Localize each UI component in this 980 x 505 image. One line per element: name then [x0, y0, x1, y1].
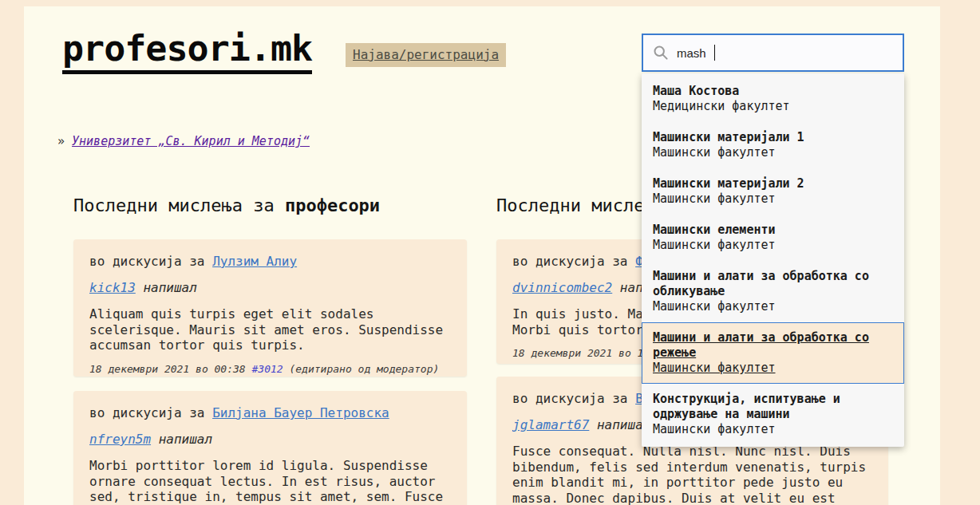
footer-note: (едитирано од модератор): [283, 363, 440, 375]
suggestion-item[interactable]: Машински елементи Машински факултет: [642, 215, 904, 261]
post-body: Aliquam quis turpis eget elit sodales sc…: [89, 306, 451, 353]
heading-prefix: Последни мислења за: [73, 195, 285, 215]
meta-prefix: во дискусија за: [89, 405, 212, 420]
suggestion-item[interactable]: Машински материјали 2 Машински факултет: [642, 168, 904, 215]
author-link[interactable]: jglamart67: [512, 417, 589, 432]
page: profesori.mk Најава/регистрација mash Ма…: [0, 0, 980, 505]
suggestion-item[interactable]: Машини и алати за обработка со обликувањ…: [642, 261, 904, 322]
suggestion-item[interactable]: Маша Костова Медицински факултет: [642, 76, 904, 122]
breadcrumb: »Универзитет „Св. Кирил и Методиј“: [57, 134, 310, 148]
breadcrumb-marker: »: [57, 134, 65, 148]
footer-date: 18 декември 2021 во 00:38: [89, 363, 252, 375]
opinion-card: во дискусија за Лулзим Алиу kick13 напиш…: [73, 239, 467, 377]
suggestion-subtitle: Машински факултет: [653, 299, 893, 314]
suggestion-title: Машински материјали 2: [653, 176, 893, 191]
suggestion-item[interactable]: Конструкција, испитување и одржување на …: [642, 384, 904, 445]
opinion-card: во дискусија за Билјана Бауер Петровска …: [73, 391, 467, 505]
discussion-link[interactable]: Билјана Бауер Петровска: [212, 405, 389, 420]
author-line: nfreyn5m напишал: [89, 432, 451, 447]
post-body: Fusce consequat. Nulla nisl. Nunc nisl. …: [512, 444, 872, 505]
content-area: profesori.mk Најава/регистрација mash Ма…: [24, 6, 940, 505]
heading-bold: професори: [285, 195, 380, 215]
footer-date: 18 декември 2021 во 18:4: [512, 347, 662, 359]
suggestion-item[interactable]: Машински материјали 1 Машински факултет: [642, 122, 904, 168]
suggestion-title: Машини и алати за обработка со обликувањ…: [653, 269, 893, 299]
suggestion-title: Машински материјали 1: [653, 130, 893, 145]
site-logo-link[interactable]: profesori.mk: [62, 29, 312, 74]
suggestion-title: Машински елементи: [653, 223, 893, 238]
author-suffix: напишал: [136, 280, 197, 295]
author-link[interactable]: kick13: [89, 280, 136, 295]
post-body: Morbi porttitor lorem id ligula. Suspend…: [89, 458, 451, 505]
suggestion-subtitle: Машински факултет: [653, 238, 893, 253]
author-link[interactable]: nfreyn5m: [89, 432, 151, 447]
search-input-value: mash: [677, 46, 706, 60]
meta-prefix: во дискусија за: [512, 391, 635, 406]
suggestion-title: Конструкција, испитување и одржување на …: [653, 392, 893, 422]
card-meta: во дискусија за Лулзим Алиу: [89, 254, 451, 269]
suggestion-title: Машини и алати за обработка со режење: [653, 330, 893, 361]
search-input[interactable]: mash: [642, 34, 904, 72]
author-link[interactable]: dvinnicombec2: [512, 280, 612, 295]
post-footer: 18 декември 2021 во 00:38 #3012 (едитира…: [89, 363, 451, 375]
suggestion-subtitle: Машински факултет: [653, 422, 893, 437]
suggestion-item-selected[interactable]: Машини и алати за обработка со режење Ма…: [642, 322, 904, 384]
meta-prefix: во дискусија за: [512, 254, 635, 269]
search-icon: [653, 45, 669, 61]
text-caret: [714, 45, 715, 61]
post-permalink[interactable]: #3012: [252, 363, 283, 375]
suggestion-subtitle: Машински факултет: [653, 361, 893, 376]
author-suffix: напишал: [151, 432, 212, 447]
suggestion-subtitle: Медицински факултет: [653, 99, 893, 114]
card-meta: во дискусија за Билјана Бауер Петровска: [89, 405, 451, 420]
meta-prefix: во дискусија за: [89, 254, 212, 269]
search-suggestions-dropdown: Маша Костова Медицински факултет Машинск…: [642, 73, 904, 447]
author-line: kick13 напишал: [89, 280, 451, 295]
suggestion-subtitle: Машински факултет: [653, 191, 893, 207]
suggestion-title: Маша Костова: [653, 84, 893, 99]
breadcrumb-university-link[interactable]: Универзитет „Св. Кирил и Методиј“: [72, 134, 310, 148]
left-column-heading: Последни мислења за професори: [73, 195, 380, 215]
login-register-link[interactable]: Најава/регистрација: [346, 43, 506, 67]
suggestion-subtitle: Машински факултет: [653, 145, 893, 160]
discussion-link[interactable]: Лулзим Алиу: [212, 254, 297, 269]
